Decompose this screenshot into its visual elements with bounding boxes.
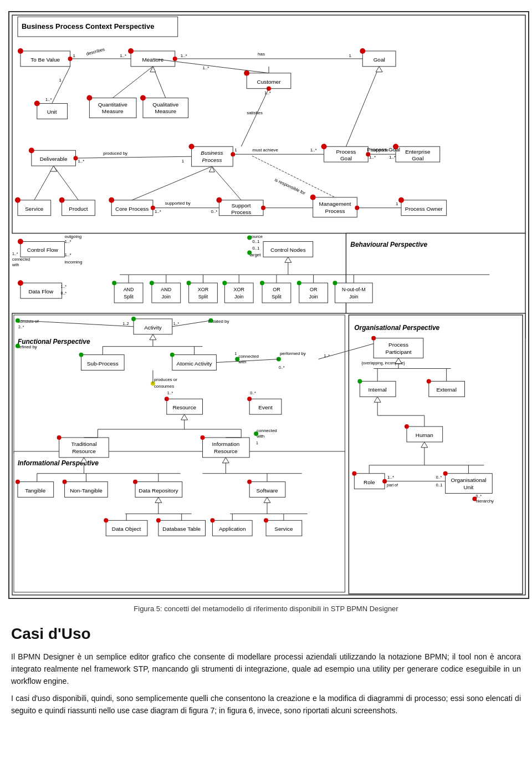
svg-text:connected: connected	[257, 428, 277, 433]
svg-point-224	[371, 336, 376, 341]
svg-point-233	[357, 379, 362, 383]
svg-text:0..*: 0..*	[475, 494, 482, 498]
svg-text:Business: Business	[201, 150, 223, 156]
svg-point-32	[189, 144, 195, 149]
svg-point-116	[355, 206, 359, 210]
svg-point-161	[222, 281, 227, 285]
svg-point-49	[109, 197, 114, 203]
svg-text:External: External	[436, 387, 456, 393]
svg-text:1..*: 1..*	[203, 65, 209, 70]
svg-text:Unit: Unit	[47, 109, 57, 115]
svg-point-138	[247, 236, 252, 240]
svg-text:has: has	[258, 52, 265, 57]
svg-text:Quantitative: Quantitative	[98, 101, 128, 108]
svg-point-14	[34, 101, 40, 106]
svg-point-113	[261, 206, 265, 210]
svg-text:Resource: Resource	[172, 404, 196, 410]
svg-text:1..*: 1..*	[310, 148, 317, 153]
svg-text:Organisational: Organisational	[451, 477, 486, 483]
svg-rect-143	[114, 283, 143, 303]
svg-text:incoming: incoming	[65, 260, 83, 265]
svg-point-166	[260, 281, 264, 285]
svg-text:0..*: 0..*	[61, 291, 67, 295]
svg-text:Process: Process	[388, 342, 408, 348]
svg-point-305	[16, 480, 20, 484]
svg-text:Database Table: Database Table	[162, 526, 201, 532]
svg-point-139	[247, 250, 252, 255]
svg-point-151	[150, 281, 154, 285]
svg-point-190	[131, 317, 136, 321]
svg-text:Process: Process	[231, 209, 251, 215]
svg-point-93	[366, 152, 370, 156]
svg-text:Behavioural Perspective: Behavioural Perspective	[350, 241, 427, 248]
svg-text:Data Repository: Data Repository	[139, 488, 178, 494]
svg-text:Resource: Resource	[72, 448, 96, 454]
svg-rect-163	[262, 283, 291, 303]
svg-rect-168	[299, 283, 328, 303]
svg-text:1..*: 1..*	[65, 252, 71, 257]
svg-text:Tangible: Tangible	[25, 488, 45, 494]
svg-text:0..1: 0..1	[252, 239, 260, 244]
svg-point-279	[247, 397, 252, 401]
svg-point-36	[321, 144, 327, 149]
svg-text:Internal: Internal	[369, 387, 387, 393]
svg-text:part of: part of	[387, 483, 398, 488]
svg-text:Control Nodes: Control Nodes	[270, 247, 306, 253]
svg-text:1..*: 1..*	[173, 322, 180, 326]
svg-text:Qualitative: Qualitative	[152, 101, 178, 108]
svg-point-43	[15, 197, 21, 203]
svg-text:Goal: Goal	[412, 155, 423, 161]
svg-text:Measure: Measure	[155, 108, 176, 114]
svg-text:Process Owner: Process Owner	[405, 206, 443, 212]
svg-point-5	[18, 48, 23, 54]
diagram-container: Business Process Context Perspective To …	[8, 11, 529, 599]
svg-text:1: 1	[182, 159, 185, 164]
svg-point-124	[18, 239, 23, 245]
svg-text:0..*: 0..*	[279, 365, 285, 369]
svg-text:1..*: 1..*	[78, 159, 84, 164]
svg-text:1..*: 1..*	[12, 252, 18, 256]
section-title: Casi d'Uso	[11, 622, 521, 646]
svg-point-237	[427, 379, 431, 383]
svg-text:hierarchy: hierarchy	[475, 499, 494, 504]
svg-point-70	[173, 57, 177, 61]
svg-point-100	[74, 156, 78, 160]
svg-point-266	[472, 497, 477, 501]
svg-text:Business Process Context Persp: Business Process Context Perspective	[22, 22, 154, 31]
svg-text:1..*: 1..*	[120, 53, 126, 58]
svg-text:with: with	[12, 263, 19, 267]
svg-text:0..1: 0..1	[436, 483, 443, 487]
svg-rect-173	[335, 283, 372, 303]
svg-text:AND: AND	[161, 287, 171, 292]
svg-text:supported by: supported by	[165, 201, 191, 206]
svg-text:refined by: refined by	[18, 344, 37, 349]
svg-text:Participant: Participant	[386, 349, 412, 355]
svg-text:Data Flow: Data Flow	[28, 288, 54, 294]
svg-text:Process: Process	[336, 149, 356, 155]
svg-point-309	[63, 480, 67, 484]
svg-rect-158	[224, 283, 253, 303]
svg-text:Service: Service	[25, 206, 44, 212]
svg-text:satisfies: satisfies	[247, 110, 263, 115]
svg-text:Deliverable: Deliverable	[40, 156, 68, 162]
svg-text:produced by: produced by	[103, 151, 127, 156]
svg-text:Process: Process	[325, 208, 345, 214]
svg-point-53	[216, 197, 222, 203]
svg-marker-142	[285, 257, 291, 262]
page-wrapper: Business Process Context Perspective To …	[0, 0, 532, 728]
svg-point-28	[29, 148, 34, 153]
svg-text:Information: Information	[212, 441, 239, 447]
svg-text:Data Object: Data Object	[112, 526, 141, 532]
svg-text:Non-Tangible: Non-Tangible	[70, 488, 103, 494]
svg-point-83	[267, 87, 271, 91]
svg-text:N-out-of-M: N-out-of-M	[342, 287, 366, 292]
svg-point-25	[244, 70, 249, 76]
svg-point-201	[16, 344, 20, 348]
svg-text:1: 1	[59, 78, 62, 83]
svg-text:must achieve: must achieve	[252, 148, 278, 153]
svg-text:1..*: 1..*	[387, 475, 394, 480]
svg-text:Management: Management	[319, 201, 351, 207]
svg-text:Join: Join	[349, 294, 358, 299]
svg-text:1..*: 1..*	[389, 155, 396, 160]
svg-text:Resource: Resource	[214, 448, 238, 454]
